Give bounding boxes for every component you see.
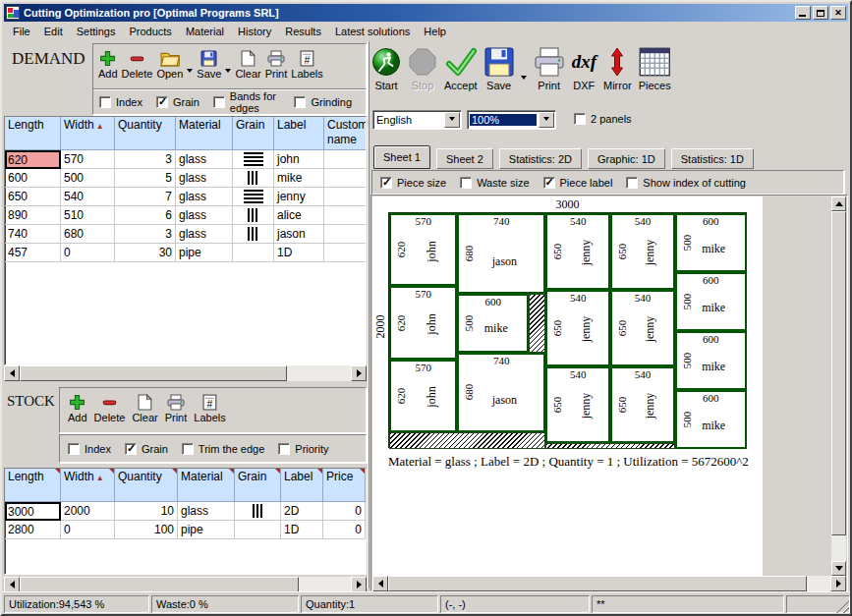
demand-header-length[interactable]: Length: [5, 117, 61, 150]
demand-cell-quantity[interactable]: 3: [115, 150, 176, 169]
cut-piece-jason[interactable]: 740680jason: [457, 353, 545, 433]
demand-cell-label[interactable]: jason: [274, 225, 324, 244]
stock-cell-price[interactable]: 0: [323, 502, 366, 521]
cut-piece-john[interactable]: 570620john: [389, 286, 457, 359]
scroll-left-button[interactable]: [4, 577, 20, 592]
stock-trim-the-edge-checkbox[interactable]: Trim the edge: [182, 443, 264, 455]
menu-help[interactable]: Help: [417, 24, 453, 39]
stock-index-checkbox[interactable]: Index: [68, 443, 111, 455]
demand-cell-grain[interactable]: [233, 150, 274, 169]
scroll-right-button[interactable]: [830, 576, 846, 591]
minimize-button[interactable]: [795, 6, 811, 20]
demand-cell-grain[interactable]: [233, 188, 274, 206]
chevron-down-icon[interactable]: [444, 112, 460, 128]
demand-delete-button[interactable]: Delete: [122, 47, 153, 88]
demand-cell-grain[interactable]: [233, 244, 274, 262]
demand-cell-material[interactable]: glass: [176, 225, 233, 244]
tab-sheet-1[interactable]: Sheet 1: [373, 145, 430, 169]
demand-cell-label[interactable]: alice: [274, 206, 324, 225]
stock-cell-material[interactable]: glass: [178, 502, 235, 521]
cut-piece-jenny[interactable]: 540650jenny: [545, 366, 610, 443]
scroll-thumb[interactable]: [20, 365, 287, 381]
demand-cell-width[interactable]: 510: [61, 206, 115, 225]
stock-header-grain[interactable]: Grain: [235, 469, 281, 502]
demand-index-checkbox[interactable]: Index: [99, 96, 142, 108]
demand-cell-label[interactable]: jenny: [274, 188, 324, 206]
view-waste-size-checkbox[interactable]: Waste size: [460, 177, 529, 189]
scroll-thumb[interactable]: [388, 576, 807, 591]
cut-piece-jenny[interactable]: 540650jenny: [610, 290, 675, 366]
demand-cell-width[interactable]: 0: [61, 244, 115, 262]
stock-cell-length[interactable]: 2800: [5, 521, 61, 539]
stock-cell-width[interactable]: 0: [61, 521, 115, 539]
stock-grain-checkbox[interactable]: Grain: [125, 443, 168, 455]
stock-header-label[interactable]: Label: [281, 469, 323, 502]
tab-statistics-2d[interactable]: Statistics: 2D: [499, 148, 582, 169]
demand-cell-quantity[interactable]: 5: [115, 169, 176, 188]
demand-cell-quantity[interactable]: 6: [115, 206, 176, 225]
demand-cell-width[interactable]: 500: [61, 169, 115, 188]
demand-header-label[interactable]: Label: [274, 117, 324, 150]
tab-sheet-2[interactable]: Sheet 2: [436, 148, 493, 169]
cut-piece-jenny[interactable]: 540650jenny: [545, 290, 610, 366]
diagram-horizontal-scrollbar[interactable]: [372, 576, 846, 591]
cut-piece-john[interactable]: 570620john: [389, 213, 457, 286]
scroll-right-button[interactable]: [351, 365, 367, 381]
demand-cell-grain[interactable]: [233, 169, 274, 188]
scroll-right-button[interactable]: [351, 577, 367, 592]
demand-grain-checkbox[interactable]: Grain: [156, 96, 199, 108]
demand-cell-quantity[interactable]: 7: [115, 188, 176, 206]
stock-header-width[interactable]: Width▲: [61, 469, 115, 502]
language-select[interactable]: English: [372, 110, 462, 130]
demand-cell-material[interactable]: glass: [176, 150, 233, 169]
solver-accept-button[interactable]: Accept: [444, 45, 478, 104]
zoom-select[interactable]: 100%: [467, 110, 556, 130]
demand-save-dropdown-arrow-icon[interactable]: [225, 47, 231, 88]
demand-header-grain[interactable]: Grain: [233, 117, 274, 150]
stock-cell-material[interactable]: pipe: [178, 521, 235, 539]
demand-cell-quantity[interactable]: 30: [115, 244, 176, 262]
menu-results[interactable]: Results: [278, 24, 328, 39]
menu-settings[interactable]: Settings: [70, 24, 123, 39]
demand-cell-length[interactable]: 620: [5, 150, 61, 169]
stock-cell-length[interactable]: 3000: [5, 502, 61, 521]
stock-header-price[interactable]: Price: [323, 469, 366, 502]
menu-edit[interactable]: Edit: [37, 24, 70, 39]
scroll-up-button[interactable]: [831, 196, 846, 211]
cut-piece-jenny[interactable]: 540650jenny: [545, 213, 610, 290]
demand-cell-customer[interactable]: [324, 225, 367, 244]
demand-cell-customer[interactable]: [324, 169, 367, 188]
demand-cell-width[interactable]: 680: [61, 225, 115, 244]
tab-graphic-1d[interactable]: Graphic: 1D: [588, 148, 665, 169]
demand-bands-for-edges-checkbox[interactable]: Bands for edges: [213, 90, 281, 114]
demand-open-dropdown-arrow-icon[interactable]: [187, 47, 193, 88]
stock-header-quantity[interactable]: Quantity: [115, 469, 178, 502]
solver-save-dropdown-arrow-icon[interactable]: [521, 45, 527, 104]
demand-cell-material[interactable]: glass: [176, 188, 233, 206]
demand-cell-length[interactable]: 740: [5, 225, 61, 244]
stock-cell-width[interactable]: 2000: [61, 502, 115, 521]
stock-add-button[interactable]: Add: [68, 391, 87, 432]
stock-cell-grain[interactable]: [235, 502, 281, 521]
stock-cell-quantity[interactable]: 100: [115, 521, 178, 539]
demand-cell-label[interactable]: john: [274, 150, 324, 169]
view-piece-label-checkbox[interactable]: Piece label: [543, 177, 613, 189]
stock-horizontal-scrollbar[interactable]: [4, 577, 367, 592]
demand-cell-material[interactable]: pipe: [176, 244, 233, 262]
panel-splitter[interactable]: [368, 41, 369, 588]
tab-statistics-1d[interactable]: Statistics: 1D: [671, 148, 754, 169]
view-show-index-of-cutting-checkbox[interactable]: Show index of cutting: [626, 177, 746, 189]
scroll-left-button[interactable]: [4, 365, 20, 381]
stock-header-length[interactable]: Length: [5, 469, 61, 502]
stock-cell-grain[interactable]: [235, 521, 281, 539]
cut-piece-mike[interactable]: 600500mike: [675, 272, 747, 331]
stock-cell-quantity[interactable]: 10: [115, 502, 178, 521]
cut-piece-mike[interactable]: 600500mike: [457, 294, 529, 353]
solver-dxf-button[interactable]: dxfDXF: [572, 45, 596, 104]
solver-pieces-button[interactable]: Pieces: [639, 45, 671, 104]
scroll-thumb[interactable]: [831, 211, 846, 535]
demand-clear-button[interactable]: Clear: [235, 47, 260, 88]
stock-priority-checkbox[interactable]: Priority: [278, 443, 328, 455]
demand-cell-length[interactable]: 890: [5, 206, 61, 225]
demand-cell-customer[interactable]: [324, 206, 367, 225]
